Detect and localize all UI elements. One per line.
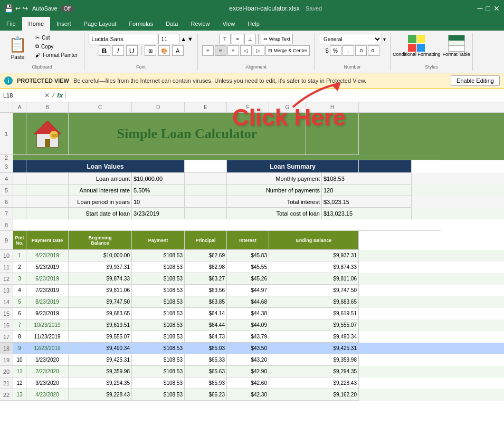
cell-14-begin[interactable]: $9,747.50 <box>69 296 132 308</box>
border-button[interactable]: ⊞ <box>145 45 156 56</box>
cell-19-begin[interactable]: $9,425.31 <box>69 354 132 366</box>
cell-11-principal[interactable]: $62.98 <box>185 261 227 273</box>
cell-20-end[interactable]: $9,294.35 <box>269 366 359 377</box>
number-format-select[interactable]: General Number Currency Text <box>319 34 382 44</box>
format-painter-button[interactable]: 🖌 Format Painter <box>33 51 80 59</box>
cell-17-end[interactable]: $9,490.34 <box>269 331 359 343</box>
cell-13-pmt[interactable]: 4 <box>13 285 26 296</box>
cell-12-end[interactable]: $9,811.06 <box>269 273 359 285</box>
cell-22-end[interactable]: $9,162.20 <box>269 389 359 401</box>
cell-21-end[interactable]: $9,228.43 <box>269 377 359 389</box>
fill-color-button[interactable]: 🎨 <box>158 45 170 56</box>
cell-17-principal[interactable]: $64.73 <box>185 331 227 343</box>
cell-21-begin[interactable]: $9,294.35 <box>69 377 132 389</box>
copy-button[interactable]: ⧉ Copy <box>33 42 80 51</box>
cell-15-principal[interactable]: $64.14 <box>185 308 227 319</box>
font-size-input[interactable] <box>158 34 179 44</box>
comma-button[interactable]: , <box>343 45 354 56</box>
cell-22-payment[interactable]: $108.53 <box>132 389 185 401</box>
cell-10-pmt[interactable]: 1 <box>13 250 26 261</box>
cell-19-end[interactable]: $9,359.98 <box>269 354 359 366</box>
font-size-down-icon[interactable]: ▼ <box>187 36 193 42</box>
cell-18-end[interactable]: $9,425.31 <box>269 343 359 354</box>
redo-icon[interactable]: ↪ <box>23 5 28 12</box>
increase-decimal-button[interactable]: .0 <box>355 45 367 56</box>
cell-18-begin[interactable]: $9,490.34 <box>69 343 132 354</box>
cell-21-interest[interactable]: $42.60 <box>227 377 269 389</box>
cell-17-interest[interactable]: $43.79 <box>227 331 269 343</box>
cell-12-pmt[interactable]: 3 <box>13 273 26 285</box>
cell-16-end[interactable]: $9,555.07 <box>269 319 359 331</box>
cell-12-payment[interactable]: $108.53 <box>132 273 185 285</box>
cell-16-pmt[interactable]: 7 <box>13 319 26 331</box>
format-as-table-button[interactable]: Format Table <box>443 35 470 57</box>
cell-13-end[interactable]: $9,747.50 <box>269 285 359 296</box>
align-right-button[interactable]: ≡ <box>227 45 239 56</box>
cell-reference-box[interactable]: L18 <box>0 91 42 100</box>
undo-icon[interactable]: ↩ <box>15 5 21 12</box>
cell-20-principal[interactable]: $65.63 <box>185 366 227 377</box>
cell-14-date[interactable]: 8/23/2019 <box>26 296 69 308</box>
number-expand-icon[interactable]: ▾ <box>383 36 386 42</box>
cell-17-payment[interactable]: $108.53 <box>132 331 185 343</box>
cell-12-principal[interactable]: $63.27 <box>185 273 227 285</box>
cell-22-interest[interactable]: $42.30 <box>227 389 269 401</box>
formula-input[interactable] <box>66 94 504 96</box>
cell-10-payment[interactable]: $108.53 <box>132 250 185 261</box>
tab-view[interactable]: View <box>216 17 242 31</box>
cell-16-begin[interactable]: $9,619.51 <box>69 319 132 331</box>
underline-button[interactable]: U <box>126 45 138 56</box>
cell-14-principal[interactable]: $63.85 <box>185 296 227 308</box>
cell-21-principal[interactable]: $65.93 <box>185 377 227 389</box>
cell-19-payment[interactable]: $108.53 <box>132 354 185 366</box>
cell-16-date[interactable]: 10/23/2019 <box>26 319 69 331</box>
cell-13-payment[interactable]: $108.53 <box>132 285 185 296</box>
bold-button[interactable]: B <box>99 45 110 56</box>
cell-22-date[interactable]: 4/23/2020 <box>26 389 69 401</box>
font-size-up-icon[interactable]: ▲ <box>180 36 186 42</box>
cell-15-begin[interactable]: $9,683.65 <box>69 308 132 319</box>
cell-15-date[interactable]: 9/23/2019 <box>26 308 69 319</box>
enable-editing-button[interactable]: Enable Editing <box>451 75 500 86</box>
cell-14-pmt[interactable]: 5 <box>13 296 26 308</box>
cell-20-pmt[interactable]: 11 <box>13 366 26 377</box>
cell-14-end[interactable]: $9,683.65 <box>269 296 359 308</box>
cell-18-principal[interactable]: $65.03 <box>185 343 227 354</box>
align-left-button[interactable]: ≡ <box>202 45 214 56</box>
conditional-formatting-button[interactable]: Conditional Formatting <box>393 35 441 57</box>
cell-18-payment[interactable]: $108.53 <box>132 343 185 354</box>
cell-19-principal[interactable]: $65.33 <box>185 354 227 366</box>
save-icon[interactable]: 💾 <box>4 4 13 13</box>
tab-help[interactable]: Help <box>241 17 266 31</box>
tab-insert[interactable]: Insert <box>50 17 78 31</box>
cell-19-pmt[interactable]: 10 <box>13 354 26 366</box>
confirm-formula-icon[interactable]: ✓ <box>51 92 56 99</box>
cell-15-pmt[interactable]: 6 <box>13 308 26 319</box>
cell-19-interest[interactable]: $43.20 <box>227 354 269 366</box>
cell-22-pmt[interactable]: 13 <box>13 389 26 401</box>
paste-button[interactable]: 📋 Paste <box>4 34 31 62</box>
cell-11-begin[interactable]: $9,937.31 <box>69 261 132 273</box>
cell-17-date[interactable]: 11/23/2019 <box>26 331 69 343</box>
cell-15-end[interactable]: $9,619.51 <box>269 308 359 319</box>
cancel-formula-icon[interactable]: ✕ <box>44 92 50 99</box>
cell-12-date[interactable]: 6/23/2019 <box>26 273 69 285</box>
cell-13-interest[interactable]: $44.97 <box>227 285 269 296</box>
align-middle-button[interactable]: ≡ <box>232 34 243 44</box>
cell-22-principal[interactable]: $66.23 <box>185 389 227 401</box>
cell-10-date[interactable]: 4/23/2019 <box>26 250 69 261</box>
cell-11-pmt[interactable]: 2 <box>13 261 26 273</box>
tab-review[interactable]: Review <box>184 17 216 31</box>
indent-more-button[interactable]: ▷ <box>253 45 264 56</box>
cell-18-interest[interactable]: $43.50 <box>227 343 269 354</box>
cell-12-interest[interactable]: $45.26 <box>227 273 269 285</box>
insert-function-icon[interactable]: fx <box>57 91 63 99</box>
cell-10-end[interactable]: $9,937.31 <box>269 250 359 261</box>
cell-14-interest[interactable]: $44.68 <box>227 296 269 308</box>
cell-13-principal[interactable]: $63.56 <box>185 285 227 296</box>
cell-16-interest[interactable]: $44.09 <box>227 319 269 331</box>
tab-data[interactable]: Data <box>159 17 184 31</box>
tab-page-layout[interactable]: Page Layout <box>78 17 123 31</box>
cell-14-payment[interactable]: $108.53 <box>132 296 185 308</box>
minimize-btn[interactable]: ─ <box>478 4 483 13</box>
